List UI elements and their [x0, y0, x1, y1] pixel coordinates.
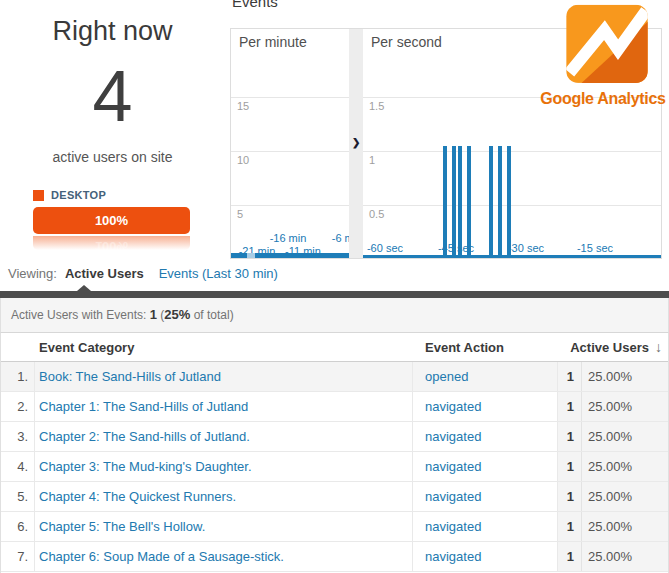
x-axis-tick: -6 min — [332, 232, 349, 244]
event-category: Chapter 4: The Quickest Runners. — [35, 482, 413, 511]
event-bar — [443, 146, 447, 258]
row-index: 4. — [1, 452, 35, 481]
per-second-baseline — [363, 255, 661, 258]
x-axis-tick: -60 sec — [367, 242, 403, 254]
event-category-link[interactable]: Chapter 1: The Sand-Hills of Jutland — [39, 399, 248, 414]
viewing-row: Viewing: Active Users Events (Last 30 mi… — [8, 266, 278, 281]
active-users-with-events-label: Active Users with Events: 1 (25% of tota… — [11, 298, 234, 332]
event-bar — [467, 146, 471, 258]
right-now-card: Right now 4 active users on site DESKTOP… — [0, 0, 225, 260]
event-category-link[interactable]: Chapter 6: Soup Made of a Sausage-stick. — [39, 549, 284, 564]
row-index: 2. — [1, 392, 35, 421]
active-users-percent: 25.00% — [582, 362, 668, 391]
event-bar — [458, 146, 462, 258]
google-analytics-logo-icon — [562, 3, 652, 88]
per-minute-highlight-bar — [247, 253, 255, 258]
event-action: navigated — [413, 482, 558, 511]
tab-active-users[interactable]: Active Users — [65, 266, 144, 281]
row-index: 6. — [1, 512, 35, 541]
event-category-link[interactable]: Chapter 2: The Sand-hills of Jutland. — [39, 429, 250, 444]
active-users-count: 4 — [0, 60, 225, 132]
table-row: 6.Chapter 5: The Bell's Hollow.navigated… — [1, 512, 668, 542]
table-row: 1.Book: The Sand-Hills of Jutlandopened1… — [1, 362, 668, 392]
event-action-link[interactable]: navigated — [425, 519, 481, 534]
active-users-percent: 25.00% — [582, 512, 668, 541]
event-bar — [489, 146, 493, 258]
event-bar — [507, 146, 511, 258]
table-row: 7.Chapter 6: Soup Made of a Sausage-stic… — [1, 542, 668, 572]
event-category: Chapter 3: The Mud-king's Daughter. — [35, 452, 413, 481]
event-action-link[interactable]: navigated — [425, 549, 481, 564]
gridline — [363, 151, 661, 152]
event-action-link[interactable]: navigated — [425, 429, 481, 444]
event-category: Book: The Sand-Hills of Jutland — [35, 362, 413, 391]
y-axis-tick: 1 — [369, 154, 375, 166]
active-users-count: 1 — [558, 482, 582, 511]
desktop-legend-swatch-icon — [33, 190, 44, 201]
table-header-row: Event Category Event Action Active Users… — [1, 333, 668, 362]
filter-bar: Active Users with Events: 1 (25% of tota… — [0, 298, 669, 333]
chevron-right-icon: ❯ — [352, 137, 360, 148]
event-bar — [498, 146, 502, 258]
active-users-percent: 25.00% — [582, 482, 668, 511]
table-row: 5.Chapter 4: The Quickest Runners.naviga… — [1, 482, 668, 512]
desktop-percent-bar-reflection: 100% — [33, 236, 190, 250]
y-axis-tick: 15 — [237, 100, 249, 112]
event-category: Chapter 1: The Sand-Hills of Jutland — [35, 392, 413, 421]
event-action-link[interactable]: navigated — [425, 399, 481, 414]
tab-indicator-bar — [0, 291, 669, 298]
panel-divider[interactable]: ❯ — [349, 29, 363, 258]
google-analytics-wordmark: Google Analytics — [538, 90, 668, 108]
event-action-link[interactable]: opened — [425, 369, 468, 384]
event-category: Chapter 5: The Bell's Hollow. — [35, 512, 413, 541]
event-bar — [452, 146, 456, 258]
desktop-legend-label: DESKTOP — [51, 189, 106, 201]
ga-realtime-events-screen: Right now 4 active users on site DESKTOP… — [0, 0, 669, 573]
event-action: navigated — [413, 392, 558, 421]
event-category-link[interactable]: Chapter 3: The Mud-king's Daughter. — [39, 459, 252, 474]
header-active-users[interactable]: Active Users ↓ — [558, 339, 668, 355]
active-users-count: 1 — [558, 392, 582, 421]
device-legend: DESKTOP — [33, 189, 106, 201]
row-index: 1. — [1, 362, 35, 391]
event-action: navigated — [413, 512, 558, 541]
event-action: navigated — [413, 422, 558, 451]
tab-events-last-30-min[interactable]: Events (Last 30 min) — [159, 266, 278, 281]
active-users-percent: 25.00% — [582, 422, 668, 451]
active-users-percent: 25.00% — [582, 542, 668, 571]
sort-descending-icon[interactable]: ↓ — [655, 339, 662, 355]
events-table-body: 1.Book: The Sand-Hills of Jutlandopened1… — [1, 362, 668, 572]
per-minute-title: Per minute — [239, 34, 307, 50]
desktop-percent-bar: 100% — [33, 207, 190, 234]
event-category: Chapter 6: Soup Made of a Sausage-stick. — [35, 542, 413, 571]
active-users-count: 1 — [558, 452, 582, 481]
y-axis-tick: 0.5 — [369, 208, 384, 220]
event-action: opened — [413, 362, 558, 391]
row-index: 7. — [1, 542, 35, 571]
event-action: navigated — [413, 542, 558, 571]
y-axis-tick: 5 — [237, 208, 243, 220]
active-users-subtitle: active users on site — [0, 149, 225, 165]
header-event-category[interactable]: Event Category — [35, 340, 413, 355]
event-category-link[interactable]: Chapter 5: The Bell's Hollow. — [39, 519, 205, 534]
event-action-link[interactable]: navigated — [425, 459, 481, 474]
event-category-link[interactable]: Book: The Sand-Hills of Jutland — [39, 369, 221, 384]
row-index: 3. — [1, 422, 35, 451]
y-axis-tick: 10 — [237, 154, 249, 166]
event-action-link[interactable]: navigated — [425, 489, 481, 504]
gridline — [231, 151, 349, 152]
events-chart-title: Events — [232, 0, 278, 10]
y-axis-tick: 1.5 — [369, 100, 384, 112]
per-minute-panel: Per minute 15 10 5 -21 min -16 min -11 m… — [231, 29, 349, 258]
table-row: 3.Chapter 2: The Sand-hills of Jutland.n… — [1, 422, 668, 452]
active-users-percent: 25.00% — [582, 392, 668, 421]
per-second-title: Per second — [371, 34, 442, 50]
event-category: Chapter 2: The Sand-hills of Jutland. — [35, 422, 413, 451]
table-row: 4.Chapter 3: The Mud-king's Daughter.nav… — [1, 452, 668, 482]
header-event-action[interactable]: Event Action — [413, 340, 558, 355]
events-table: Event Category Event Action Active Users… — [0, 333, 669, 573]
event-category-link[interactable]: Chapter 4: The Quickest Runners. — [39, 489, 236, 504]
active-users-count: 1 — [558, 362, 582, 391]
active-users-count: 1 — [558, 542, 582, 571]
active-users-percent: 25.00% — [582, 452, 668, 481]
